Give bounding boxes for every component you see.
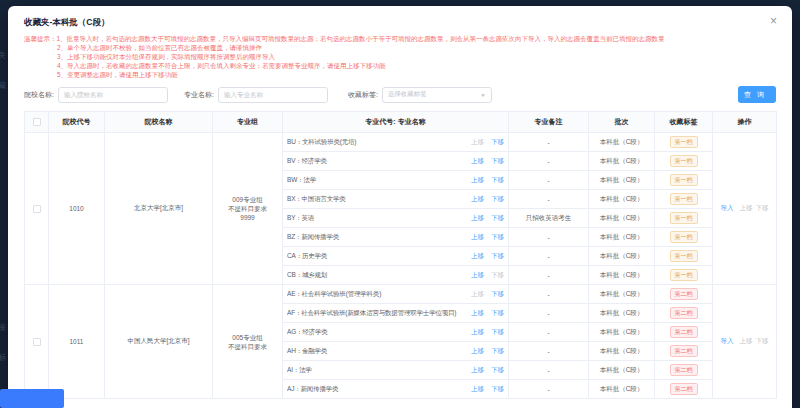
- move-down-link[interactable]: 下移: [491, 252, 504, 259]
- batch: 本科批（C段）: [589, 285, 655, 304]
- group-move-up-link: 上移: [740, 204, 753, 211]
- major-row: 1011 中国人民大学[北京市] 005专业组 不提科目要求 AE：社会科学试验…: [25, 285, 777, 304]
- background-text: 标: [0, 352, 6, 363]
- major-name: BZ：新闻传播学类: [287, 233, 460, 242]
- major-name: AG：经济学类: [287, 328, 460, 337]
- major-remark: -: [509, 323, 589, 342]
- major-remark: -: [509, 266, 589, 285]
- tip-line: 3、上移下移功能仅对本分组保存规则，实际填报顺序将按调整后的顺序导入: [24, 52, 776, 61]
- move-up-link[interactable]: 上移: [471, 157, 484, 164]
- major-remark: -: [509, 171, 589, 190]
- batch: 本科批（C段）: [589, 209, 655, 228]
- move-down-link[interactable]: 下移: [491, 138, 504, 145]
- close-icon[interactable]: ×: [770, 15, 777, 27]
- row-checkbox[interactable]: [33, 338, 41, 346]
- move-up-link[interactable]: 上移: [471, 233, 484, 240]
- major-name: BW：法学: [287, 176, 460, 185]
- tag-badge: 第一档: [670, 136, 698, 148]
- major-name: BU：文科试验班类(元培): [287, 138, 460, 147]
- col-header-operation: 操作: [713, 112, 777, 133]
- major-name-label: 专业名称:: [184, 90, 214, 100]
- tag-label: 收藏标签:: [348, 90, 378, 100]
- batch: 本科批（C段）: [589, 228, 655, 247]
- move-up-link[interactable]: 上移: [471, 328, 484, 335]
- school-name-input[interactable]: [58, 87, 168, 103]
- col-header-batch: 批次: [589, 112, 655, 133]
- school-name: 北京大学[北京市]: [105, 133, 213, 285]
- tag-badge: 第一档: [670, 250, 698, 262]
- modal-title: 收藏夹-本科批（C段）: [24, 6, 776, 29]
- move-down-link[interactable]: 下移: [491, 290, 504, 297]
- move-down-link[interactable]: 下移: [491, 233, 504, 240]
- major-remark: -: [509, 152, 589, 171]
- move-down-link[interactable]: 下移: [491, 385, 504, 392]
- tag-select-placeholder: 选择收藏标签: [388, 90, 427, 99]
- background-blue-button: [0, 389, 64, 408]
- batch: 本科批（C段）: [589, 190, 655, 209]
- group-move-up-link: 上移: [740, 337, 753, 344]
- row-operations: 导入上移下移: [713, 133, 777, 285]
- move-down-link[interactable]: 下移: [491, 214, 504, 221]
- move-up-link[interactable]: 上移: [471, 214, 484, 221]
- tag-badge: 第二档: [670, 326, 698, 338]
- chevron-down-icon: ▼: [480, 92, 486, 97]
- tag-badge: 第二档: [670, 307, 698, 319]
- move-up-link[interactable]: 上移: [471, 271, 484, 278]
- move-down-link[interactable]: 下移: [491, 176, 504, 183]
- tip-line: 5、变更调整志愿时，请使用上移下移功能: [24, 70, 776, 79]
- major-remark: -: [509, 247, 589, 266]
- batch: 本科批（C段）: [589, 171, 655, 190]
- move-down-link[interactable]: 下移: [491, 328, 504, 335]
- col-header-school-name: 院校名称: [105, 112, 213, 133]
- major-remark: -: [509, 285, 589, 304]
- select-all-checkbox[interactable]: [33, 118, 41, 126]
- tips-notice: 温馨提示：1、批量导入时，若勾选的志愿数大于可填报的志愿数量，只导入编辑页可填报…: [24, 34, 776, 79]
- batch: 本科批（C段）: [589, 266, 655, 285]
- col-header-major-group: 专业组: [213, 112, 283, 133]
- filter-bar: 院校名称: 专业名称: 收藏标签: 选择收藏标签 ▼ 查 询: [24, 86, 776, 103]
- school-name-label: 院校名称:: [24, 90, 54, 100]
- major-remark: -: [509, 342, 589, 361]
- tag-badge: 第一档: [670, 193, 698, 205]
- row-operations: 导入上移下移: [713, 285, 777, 399]
- move-down-link[interactable]: 下移: [491, 157, 504, 164]
- move-down-link[interactable]: 下移: [491, 309, 504, 316]
- major-name: CA：历史学类: [287, 252, 460, 261]
- move-up-link[interactable]: 上移: [471, 366, 484, 373]
- move-up-link[interactable]: 上移: [471, 309, 484, 316]
- move-up-link[interactable]: 上移: [471, 176, 484, 183]
- col-header-major-name: 专业代号: 专业名称: [283, 112, 509, 133]
- search-button[interactable]: 查 询: [738, 86, 776, 103]
- major-name-input[interactable]: [218, 87, 328, 103]
- batch: 本科批（C段）: [589, 342, 655, 361]
- group-move-down-link: 下移: [756, 337, 769, 344]
- move-down-link[interactable]: 下移: [491, 366, 504, 373]
- favorites-modal: 收藏夹-本科批（C段） × 温馨提示：1、批量导入时，若勾选的志愿数大于可填报的…: [8, 6, 792, 408]
- import-link[interactable]: 导入: [721, 337, 734, 344]
- tip-line: 4、导入志愿时，若收藏的志愿数量不符合上限，则只会填入剩余专业；若需要调整专业顺…: [24, 61, 776, 70]
- import-link[interactable]: 导入: [721, 204, 734, 211]
- major-row: 1010 北京大学[北京市] 009专业组 不提科目要求 9999 BU：文科试…: [25, 133, 777, 152]
- tag-badge: 第二档: [670, 288, 698, 300]
- major-remark: -: [509, 190, 589, 209]
- major-remark: -: [509, 304, 589, 323]
- move-down-link[interactable]: 下移: [491, 347, 504, 354]
- tag-select[interactable]: 选择收藏标签 ▼: [382, 87, 492, 103]
- move-up-link[interactable]: 上移: [471, 385, 484, 392]
- move-up-link[interactable]: 上移: [471, 195, 484, 202]
- major-remark: 只招收英语考生: [509, 209, 589, 228]
- major-name: AH：金融学类: [287, 347, 460, 356]
- move-up-link[interactable]: 上移: [471, 347, 484, 354]
- move-down-link[interactable]: 下移: [491, 195, 504, 202]
- row-checkbox[interactable]: [33, 205, 41, 213]
- major-name: AI：法学: [287, 366, 460, 375]
- tag-badge: 第二档: [670, 345, 698, 357]
- move-up-link[interactable]: 上移: [471, 252, 484, 259]
- tag-badge: 第一档: [670, 231, 698, 243]
- major-remark: -: [509, 380, 589, 399]
- batch: 本科批（C段）: [589, 133, 655, 152]
- tip-prefix: 温馨提示：: [24, 35, 57, 42]
- school-name: 中国人民大学[北京市]: [105, 285, 213, 399]
- background-text: 接: [0, 322, 6, 333]
- tag-badge: 第一档: [670, 269, 698, 281]
